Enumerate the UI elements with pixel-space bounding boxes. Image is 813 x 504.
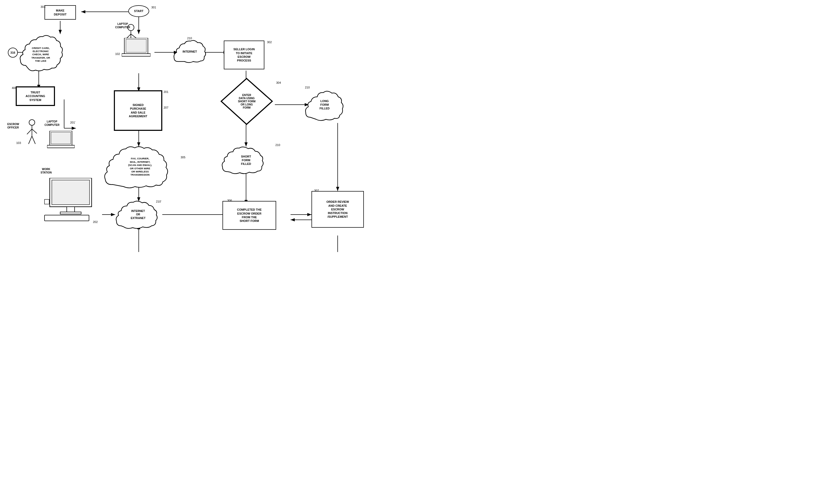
seller-login-box: SELLER LOGINTO INITIATEESCROWPROCESS xyxy=(224,41,264,69)
svg-rect-32 xyxy=(122,54,151,56)
ref-201prime: 201' xyxy=(70,121,75,124)
svg-line-37 xyxy=(32,129,37,133)
fax-courier-cloud: FAX, COURIER,MAIL, INTERNET,(SCAN AND EM… xyxy=(102,143,178,191)
laptop-top-label: LAPTOPCOMPUTER xyxy=(115,22,130,29)
order-review-box: ORDER REVIEWAND CREATEESCROWINSTRUCTION/… xyxy=(311,191,364,228)
svg-line-39 xyxy=(32,136,35,144)
laptop-bottom-drawing xyxy=(47,131,75,150)
long-form-cloud: LONGFORMFILLED xyxy=(304,86,346,123)
short-form-cloud: SHORTFORMFILLED xyxy=(220,143,272,177)
laptop-top-drawing xyxy=(122,38,151,59)
svg-rect-41 xyxy=(51,132,71,144)
svg-line-38 xyxy=(29,136,32,144)
svg-point-34 xyxy=(29,120,35,125)
enter-data-diamond: ENTERDATA USINGSHORT FORMOR LONGFORM xyxy=(220,77,274,126)
svg-rect-48 xyxy=(44,199,49,204)
ref-305: 305 xyxy=(181,156,185,159)
ref-307: 307 xyxy=(314,189,319,192)
svg-rect-31 xyxy=(126,39,146,52)
workstation-drawing xyxy=(42,178,99,222)
ref-210-internet: 210 xyxy=(187,37,192,40)
ref-103: 103 xyxy=(16,141,21,144)
svg-rect-45 xyxy=(67,207,75,212)
svg-rect-44 xyxy=(52,180,90,205)
ref-301: 301 xyxy=(151,6,156,9)
svg-rect-46 xyxy=(60,212,81,214)
trust-accounting-box: TRUSTACCOUNTINGSYSTEM xyxy=(16,86,55,106)
ref-202: 202 xyxy=(93,220,98,223)
svg-line-36 xyxy=(27,129,32,134)
escrow-officer-label: ESCROWOFFICER xyxy=(7,122,19,129)
flowchart-diagram: START 301 MAKEDEPOSIT 303 316 CREDIT CAR… xyxy=(0,0,407,252)
internet-extranet-cloud: INTERNETOREXTRANET xyxy=(114,198,162,232)
signed-purchase-box: SIGNEDPURCHASEAND SALEAGREEMENT xyxy=(114,90,162,131)
ref-207: 207 xyxy=(164,106,168,109)
circle-316: 316 xyxy=(8,48,18,58)
ref-201: 201 xyxy=(164,90,168,93)
ref-304: 304 xyxy=(276,81,281,84)
svg-rect-42 xyxy=(47,145,75,148)
ref-303: 303 xyxy=(41,5,45,8)
ref-210-long: 210 xyxy=(305,86,310,89)
credit-card-cloud: CREDIT CARD,ELECTRONICCHECK, WIRETRANSFE… xyxy=(18,31,64,75)
laptop-bottom-label: LAPTOPCOMPUTER xyxy=(44,120,59,127)
ref-210-extranet: 210' xyxy=(156,200,161,203)
start-node: START xyxy=(128,5,149,17)
ref-400: 400 xyxy=(12,86,16,89)
work-station-label: WORKSTATION xyxy=(41,167,52,174)
ref-302: 302 xyxy=(267,41,272,44)
svg-rect-47 xyxy=(44,215,89,221)
svg-line-27 xyxy=(131,34,136,38)
ref-102: 102 xyxy=(115,52,120,55)
internet-top-cloud: INTERNET xyxy=(173,38,207,65)
escrow-officer-person xyxy=(25,119,39,149)
completed-escrow-box: COMPLETED THEESCROW ORDERFROM THESHORT F… xyxy=(222,201,276,230)
ref-306: 306 xyxy=(227,199,232,202)
make-deposit-box: MAKEDEPOSIT xyxy=(44,5,76,20)
ref-210-short: 210 xyxy=(275,143,280,147)
